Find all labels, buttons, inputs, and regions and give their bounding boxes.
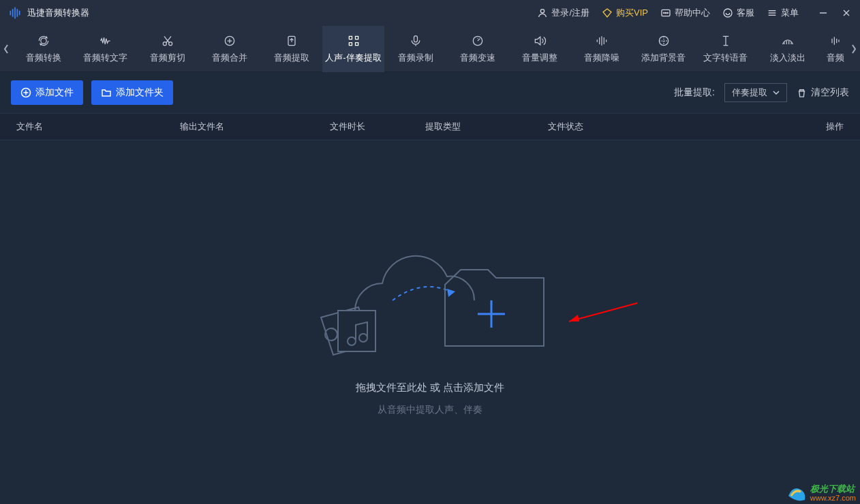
svg-rect-1 — [12, 9, 14, 17]
svg-rect-3 — [17, 9, 18, 17]
scroll-left-button[interactable] — [0, 26, 12, 72]
dropzone-primary-text: 拖拽文件至此处 或 点击添加文件 — [356, 381, 504, 394]
batch-extract-value: 伴奏提取 — [732, 86, 767, 99]
add-folder-label: 添加文件夹 — [116, 86, 164, 99]
svg-marker-37 — [447, 289, 455, 297]
tab-add-bgm[interactable]: 添加背景音 — [632, 26, 694, 72]
more-icon — [827, 34, 844, 48]
tab-vocal-accompaniment[interactable]: 人声-伴奏提取 — [322, 26, 384, 72]
tab-audio-to-text[interactable]: 音频转文字 — [74, 26, 136, 72]
volume-icon — [532, 34, 548, 48]
svg-point-19 — [168, 42, 172, 45]
col-output: 输出文件名 — [180, 121, 330, 133]
add-file-label: 添加文件 — [35, 86, 74, 99]
tts-icon — [718, 34, 734, 48]
help-label: 帮助中心 — [675, 7, 710, 19]
tab-label: 音频变速 — [460, 52, 495, 64]
col-status: 文件状态 — [548, 121, 810, 133]
tab-audio-speed[interactable]: 音频变速 — [446, 26, 508, 72]
mic-icon — [408, 34, 424, 48]
feature-tabs: 音频转换 音频转文字 音频剪切 音频合并 音频提取 人声-伴奏提取 音频录制 — [12, 26, 848, 72]
vip-label: 购买VIP — [616, 7, 648, 19]
login-button[interactable]: 登录/注册 — [537, 7, 589, 19]
watermark-url: www.xz7.com — [810, 494, 856, 502]
tab-audio-cut[interactable]: 音频剪切 — [136, 26, 198, 72]
tab-label: 淡入淡出 — [770, 52, 805, 64]
tab-label: 音频录制 — [398, 52, 433, 64]
svg-rect-2 — [14, 7, 16, 19]
menu-label: 菜单 — [781, 7, 799, 19]
col-type: 提取类型 — [425, 121, 548, 133]
bgm-icon — [656, 34, 672, 48]
batch-extract-label: 批量提取: — [674, 86, 715, 99]
tab-audio-record[interactable]: 音频录制 — [384, 26, 446, 72]
convert-icon — [35, 34, 52, 48]
buy-vip-button[interactable]: 购买VIP — [602, 7, 648, 19]
merge-icon — [221, 34, 238, 48]
file-list-header: 文件名 输出文件名 文件时长 提取类型 文件状态 操作 — [0, 113, 860, 140]
col-filename: 文件名 — [16, 121, 180, 133]
svg-point-17 — [40, 37, 46, 43]
menu-button[interactable]: 菜单 — [767, 7, 799, 19]
wave-text-icon — [97, 34, 114, 48]
scroll-right-button[interactable] — [848, 26, 860, 72]
minimize-button[interactable] — [818, 7, 829, 18]
col-operation: 操作 — [810, 121, 844, 133]
file-dropzone[interactable]: 拖拽文件至此处 或 点击添加文件 从音频中提取人声、伴奏 — [0, 140, 860, 504]
login-label: 登录/注册 — [551, 7, 589, 19]
tab-audio-merge[interactable]: 音频合并 — [198, 26, 260, 72]
tab-label: 人声-伴奏提取 — [325, 52, 381, 64]
action-bar: 添加文件 添加文件夹 批量提取: 伴奏提取 清空列表 — [0, 72, 860, 113]
tab-audio-convert[interactable]: 音频转换 — [12, 26, 74, 72]
titlebar: 迅捷音频转换器 登录/注册 购买VIP 帮助中心 客服 菜单 — [0, 0, 860, 26]
service-label: 客服 — [737, 7, 754, 19]
dropzone-secondary-text: 从音频中提取人声、伴奏 — [378, 404, 482, 416]
tab-fade[interactable]: 淡入淡出 — [756, 26, 818, 72]
svg-point-5 — [541, 10, 544, 13]
tab-label: 音频 — [827, 52, 844, 64]
tab-audio-extract[interactable]: 音频提取 — [260, 26, 322, 72]
tab-tts[interactable]: 文字转语音 — [694, 26, 756, 72]
col-duration: 文件时长 — [330, 121, 425, 133]
tab-label: 音频降噪 — [584, 52, 619, 64]
tab-more[interactable]: 音频 — [818, 26, 848, 72]
app-title: 迅捷音频转换器 — [27, 7, 89, 19]
tab-label: 音量调整 — [522, 52, 557, 64]
app-logo-icon — [8, 6, 22, 20]
svg-point-9 — [667, 12, 668, 13]
batch-extract-select[interactable]: 伴奏提取 — [724, 83, 787, 102]
denoise-icon — [594, 34, 610, 48]
svg-point-10 — [724, 9, 732, 17]
svg-rect-22 — [414, 35, 417, 42]
speed-icon — [470, 34, 486, 48]
feature-toolbar: 音频转换 音频转文字 音频剪切 音频合并 音频提取 人声-伴奏提取 音频录制 — [0, 26, 860, 72]
fade-icon — [780, 34, 796, 48]
svg-point-7 — [664, 12, 664, 13]
tab-label: 添加背景音 — [641, 52, 686, 64]
scissors-icon — [159, 34, 176, 48]
tab-label: 音频合并 — [212, 52, 247, 64]
clear-list-label: 清空列表 — [811, 86, 849, 99]
watermark: 极光下载站 www.xz7.com — [786, 482, 856, 504]
tab-label: 文字转语音 — [703, 52, 748, 64]
add-file-button[interactable]: 添加文件 — [11, 80, 83, 105]
tab-denoise[interactable]: 音频降噪 — [570, 26, 632, 72]
svg-point-18 — [163, 42, 166, 45]
watermark-name: 极光下载站 — [810, 484, 856, 494]
customer-service-button[interactable]: 客服 — [722, 7, 754, 19]
clear-list-button[interactable]: 清空列表 — [797, 86, 849, 99]
tab-label: 音频剪切 — [150, 52, 185, 64]
svg-rect-0 — [10, 11, 12, 16]
tab-label: 音频提取 — [274, 52, 309, 64]
tab-label: 音频转文字 — [83, 52, 127, 64]
watermark-logo-icon — [786, 482, 808, 504]
add-folder-button[interactable]: 添加文件夹 — [91, 80, 173, 105]
dropzone-illustration-icon — [294, 229, 566, 365]
close-button[interactable] — [841, 7, 852, 18]
vocal-icon — [345, 34, 362, 48]
svg-rect-4 — [19, 11, 20, 16]
tab-label: 音频转换 — [26, 52, 61, 64]
svg-point-8 — [665, 12, 666, 13]
help-center-button[interactable]: 帮助中心 — [660, 7, 710, 19]
tab-volume-adjust[interactable]: 音量调整 — [508, 26, 570, 72]
